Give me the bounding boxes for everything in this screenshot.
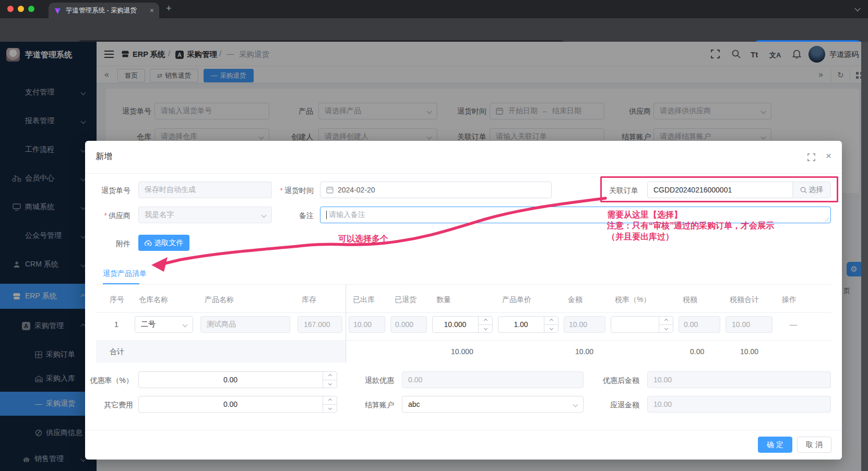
cell-price-stepper[interactable]: 1.00: [498, 316, 558, 333]
cell-out-input: 10.00: [349, 316, 385, 333]
stepper-down-button[interactable]: [659, 324, 673, 333]
stepper-down-button[interactable]: [479, 324, 492, 333]
placeholder: 保存时自动生成: [145, 185, 196, 195]
input-value: 10.00: [653, 400, 672, 408]
col-header-op: 操作: [782, 295, 796, 304]
tab-search-chevron-icon[interactable]: [854, 5, 860, 11]
header-row-divider: [96, 312, 831, 313]
input-value: 0.00: [408, 376, 422, 384]
window-close-button[interactable]: [7, 6, 14, 12]
annotation-note-3: （并且要出库过）: [607, 232, 674, 243]
browser-scrollbar[interactable]: [861, 42, 868, 471]
totals-label: 合计: [110, 347, 124, 357]
form-supplier-label: *供应商: [63, 210, 130, 221]
col-header-warehouse: 仓库名称: [139, 295, 168, 304]
cell-tax-rate-stepper[interactable]: [611, 316, 673, 333]
stepper-down-button[interactable]: [323, 380, 337, 388]
annotation-note-2: 注意：只有“审核”通过的采购订单，才会展示: [607, 221, 774, 232]
browser-tab[interactable]: 芋道管理系统 - 采购退货 ×: [49, 3, 159, 18]
fixed-column-divider: [346, 285, 346, 363]
account-label: 结算账户: [347, 400, 394, 410]
tab-return-product-list[interactable]: 退货产品清单: [103, 269, 147, 279]
col-header-amount: 金额: [568, 295, 582, 304]
totals-qty: 10.000: [451, 347, 473, 356]
col-header-price: 产品单价: [502, 295, 531, 304]
stepper-up-button[interactable]: [479, 317, 492, 324]
col-header-tax-rate: 税率（%）: [615, 295, 650, 304]
required-asterisk: *: [280, 186, 283, 195]
refund-discount-label: 退款优惠: [347, 375, 394, 385]
window-zoom-button[interactable]: [28, 6, 34, 12]
dialog-title: 新增: [96, 151, 112, 162]
col-header-out: 已出库: [353, 295, 375, 304]
refund-amount-label: 应退金额: [592, 400, 639, 410]
stepper-value: 0.00: [223, 400, 237, 408]
stepper-value: 10.000: [444, 320, 467, 329]
new-tab-button[interactable]: +: [166, 3, 172, 14]
input-value: 10.00: [653, 376, 672, 384]
stepper-up-button[interactable]: [544, 317, 558, 324]
upload-cloud-icon: [145, 240, 152, 246]
cell-warehouse-select[interactable]: 二号: [135, 316, 193, 333]
input-value: 测试商品: [207, 320, 236, 329]
resize-handle[interactable]: [825, 217, 829, 222]
form-attachment-label: 附件: [89, 238, 130, 249]
date-value: 2024-02-20: [338, 186, 375, 194]
col-header-returned: 已退货: [395, 295, 417, 304]
input-value: 167.000: [304, 320, 330, 329]
window-minimize-button[interactable]: [18, 6, 24, 12]
chevron-down-icon: [573, 402, 578, 407]
stepper-value: 1.00: [514, 320, 528, 329]
discount-rate-stepper[interactable]: 0.00: [138, 371, 337, 388]
refund-discount-input: 0.00: [402, 371, 584, 388]
stepper-up-button[interactable]: [323, 372, 337, 380]
tab-title: 芋道管理系统 - 采购退货: [66, 6, 147, 15]
browser-tab-strip: 芋道管理系统 - 采购退货 × +: [0, 0, 868, 18]
account-select[interactable]: abc: [402, 396, 584, 413]
refund-amount-input: 10.00: [647, 396, 831, 413]
tab-row-divider: [96, 284, 831, 285]
stepper-down-button[interactable]: [544, 324, 558, 333]
stepper-down-button[interactable]: [323, 404, 337, 413]
cancel-button[interactable]: 取 消: [797, 437, 831, 453]
cell-product-input: 测试商品: [200, 316, 290, 333]
required-asterisk: *: [104, 211, 107, 220]
cell-qty-stepper[interactable]: 10.000: [432, 316, 493, 333]
placeholder: 请输入备注: [329, 210, 365, 220]
stepper-up-button[interactable]: [659, 317, 673, 324]
form-return-no-label: 退货单号: [63, 185, 130, 196]
confirm-button[interactable]: 确 定: [758, 437, 792, 453]
dialog-fullscreen-icon[interactable]: [807, 153, 815, 161]
select-value: 二号: [141, 320, 156, 329]
button-label: 取 消: [806, 440, 823, 450]
button-label: 确 定: [767, 440, 783, 450]
col-header-no: 序号: [110, 295, 124, 304]
annotation-highlight-box: [600, 176, 838, 202]
cell-row-no: 1: [114, 320, 118, 329]
amount-after-input: 10.00: [647, 371, 831, 388]
col-header-qty: 数量: [436, 295, 451, 304]
stepper-up-button[interactable]: [323, 396, 337, 404]
totals-fixed-block: [96, 340, 346, 363]
totals-tax-total: 10.00: [740, 347, 758, 356]
col-header-product: 产品名称: [205, 295, 234, 304]
choose-file-button[interactable]: 选取文件: [138, 235, 189, 251]
chevron-down-icon: [183, 322, 188, 328]
form-return-time-input[interactable]: 2024-02-20: [320, 182, 552, 198]
discount-rate-label: 优惠率（%）: [57, 375, 133, 385]
stepper-value: 0.00: [223, 376, 237, 384]
input-value: 10.00: [569, 320, 587, 329]
cell-tax-total-input: 10.00: [726, 316, 772, 333]
form-supplier-select[interactable]: 我是名字: [138, 207, 272, 223]
annotation-multi-note: 可以选择多个: [338, 234, 388, 245]
amount-after-label: 优惠后金额: [592, 375, 639, 385]
dialog-close-icon[interactable]: ×: [826, 150, 831, 162]
chevron-down-icon: [261, 213, 267, 218]
text-cursor: [326, 211, 327, 219]
tab-close-icon[interactable]: ×: [150, 6, 154, 15]
col-header-stock: 库存: [302, 295, 316, 304]
totals-tax: 0.00: [690, 347, 704, 356]
cell-stock-input: 167.000: [298, 316, 342, 333]
input-value: 10.00: [732, 320, 750, 329]
other-fee-stepper[interactable]: 0.00: [138, 396, 337, 413]
